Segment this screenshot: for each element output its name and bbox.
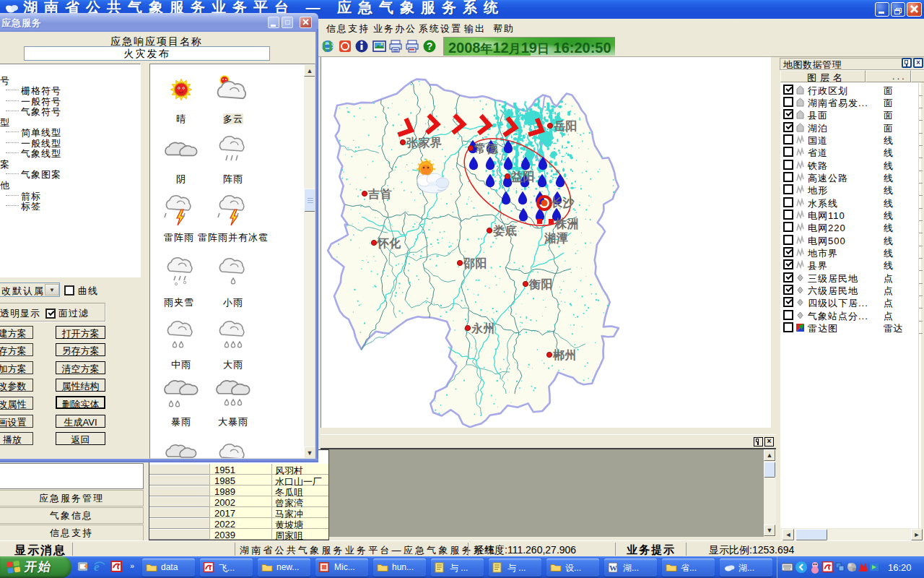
svg-text:张家界: 张家界: [406, 136, 443, 149]
svg-text:吉首: 吉首: [367, 188, 392, 200]
svg-text:W: W: [609, 564, 617, 572]
svg-text:邵阳: 邵阳: [463, 257, 487, 269]
svg-text:?: ?: [427, 40, 433, 52]
svg-text:»: »: [130, 561, 134, 570]
svg-text:湘潭: 湘潭: [544, 232, 569, 244]
svg-text:郴州: 郴州: [552, 349, 577, 361]
svg-text:永州: 永州: [471, 322, 495, 335]
svg-text:长沙: 长沙: [551, 197, 575, 209]
svg-text:岳阳: 岳阳: [554, 120, 578, 132]
svg-text:株洲: 株洲: [554, 217, 579, 230]
svg-text:常德: 常德: [474, 142, 499, 155]
svg-text:衡阳: 衡阳: [528, 278, 553, 290]
svg-text:益阳: 益阳: [511, 171, 535, 183]
svg-text:娄底: 娄底: [493, 224, 518, 237]
svg-text:怀化: 怀化: [376, 237, 401, 249]
